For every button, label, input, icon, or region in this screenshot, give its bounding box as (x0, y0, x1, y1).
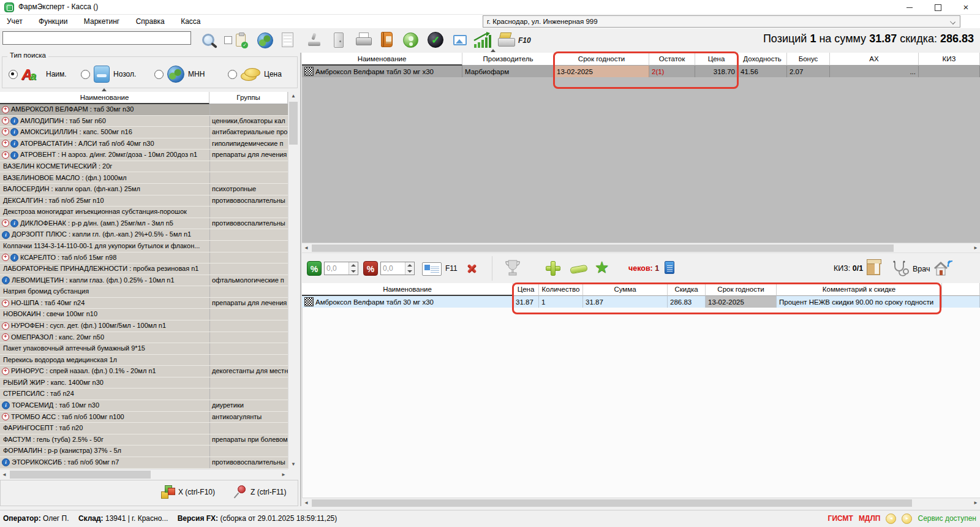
list-item[interactable]: +РИНОРУС : спрей назал. (фл.) 0.1% - 20м… (0, 366, 288, 377)
package-icon[interactable] (867, 262, 880, 275)
list-item[interactable]: РЫБИЙ ЖИР : капс. 1400мг n30 (0, 377, 288, 389)
x-report-button[interactable]: X (ctrl-F10) (161, 485, 215, 499)
list-item[interactable]: ВАЗЕЛИНОВОЕ МАСЛО : (фл.) 1000мл (0, 172, 288, 184)
search-input[interactable] (2, 31, 191, 45)
z-report-button[interactable]: Z (ctrl-F11) (235, 485, 286, 499)
list-item[interactable]: +iАМЛОДИПИН : таб 5мг n60 ценники,блокат… (0, 116, 288, 127)
receipt-table-row[interactable]: Амброксол Велфарм табл 30 мг x30 31.87 1… (302, 296, 980, 308)
column-price[interactable]: Цена (513, 283, 539, 296)
add-item-icon[interactable] (546, 261, 560, 276)
list-item[interactable]: ДЕКСАЛГИН : таб п/об 25мг n10 противовос… (0, 195, 288, 207)
list-item[interactable]: ВАЛОСЕРДИН : капли орал. (фл-кап.) 25мл … (0, 184, 288, 195)
minimize-button[interactable] (895, 0, 924, 15)
column-groups[interactable]: Группы (209, 92, 288, 104)
close-button[interactable]: × (952, 0, 980, 15)
images-icon[interactable] (453, 35, 467, 45)
list-item[interactable]: СТРЕПСИЛС : таб n24 (0, 389, 288, 400)
product-list-hscrollbar[interactable]: ◄ ► (0, 469, 288, 479)
stats-icon[interactable] (473, 32, 492, 49)
radio-mnn[interactable]: МНН (154, 65, 205, 83)
list-item[interactable]: +НУРОФЕН : сусп. дет. (фл.) 100мг/5мл - … (0, 320, 288, 332)
column-expiry[interactable]: Срок годности (554, 53, 649, 66)
scroll-thumb[interactable] (10, 471, 151, 479)
scroll-thumb[interactable] (312, 245, 894, 252)
stock-table-hscrollbar[interactable]: ◄ ► (302, 243, 980, 252)
column-price[interactable]: Цена (695, 53, 738, 66)
list-item[interactable]: +ТРОМБО АСС : таб п/об 100мг n100 антико… (0, 412, 288, 423)
printer-icon[interactable] (355, 32, 371, 47)
radio-circle[interactable] (228, 70, 237, 79)
clipboard-check-icon[interactable] (236, 34, 246, 47)
list-item[interactable]: iЛЕВОМИЦЕТИН : капли глаз. (фл.) 0.25% -… (0, 275, 288, 287)
radio-price[interactable]: Цена (228, 65, 282, 83)
menu-kassa[interactable]: Касса (174, 15, 207, 28)
column-sum[interactable]: Сумма (583, 283, 668, 296)
list-item[interactable]: ФОРМАЛИН : р-р (канистра) 37% - 5л (0, 445, 288, 457)
scroll-left-icon[interactable]: ◄ (302, 499, 311, 507)
list-item[interactable]: +iКСАРЕЛТО : таб п/об 15мг n98 (0, 252, 288, 264)
scroll-left-icon[interactable]: ◄ (0, 470, 9, 479)
contacts-book-icon[interactable] (381, 32, 393, 47)
stamp-icon[interactable] (307, 32, 321, 47)
maximize-button[interactable] (924, 0, 952, 15)
radio-circle[interactable] (154, 70, 164, 79)
stock-table-row[interactable]: Амброксол Велфарм табл 30 мг x30 Марбиоф… (302, 66, 980, 77)
radio-circle[interactable] (81, 70, 90, 79)
list-item[interactable]: +iАМОКСИЦИЛЛИН : капс. 500мг n16 антибак… (0, 127, 288, 138)
list-item[interactable]: +АМБРОКСОЛ ВЕЛФАРМ : таб 30мг n30 (0, 104, 288, 116)
radio-nozol[interactable]: Нозол. (81, 65, 136, 83)
list-item[interactable]: +НО-ШПА : таб 40мг n24 препараты для леч… (0, 298, 288, 309)
scroll-down-icon[interactable]: ▼ (288, 460, 298, 469)
radio-naim[interactable]: Aa Наим. (9, 65, 67, 83)
scroll-left-icon[interactable]: ◄ (302, 244, 311, 252)
remove-item-icon[interactable] (570, 265, 587, 275)
receipt-table-hscrollbar[interactable]: ◄ ► (302, 498, 980, 507)
column-ax[interactable]: АХ (830, 53, 919, 66)
column-producer[interactable]: Производитель (462, 53, 554, 66)
list-item[interactable]: Пакет упаковочный аптечный бумажный 9*15 (0, 343, 288, 355)
cabinet-icon[interactable] (334, 32, 344, 48)
column-name[interactable]: Наименование (302, 53, 462, 66)
column-bonus[interactable]: Бонус (787, 53, 830, 66)
list-item[interactable]: Перекись водорода медицинская 1л (0, 355, 288, 366)
trophy-icon[interactable] (504, 259, 521, 278)
column-stock[interactable]: Остаток (649, 53, 695, 66)
discount1-spinner[interactable]: 0,0 (324, 262, 358, 275)
favorites-star-icon[interactable]: ★ (595, 258, 609, 277)
list-item[interactable]: ВАЗЕЛИН КОСМЕТИЧЕСКИЙ : 20г (0, 161, 288, 173)
discount2-spinner[interactable]: 0,0 (380, 262, 415, 275)
column-discount[interactable]: Скидка (668, 283, 706, 296)
doctor-button[interactable]: Врач (891, 260, 930, 278)
globe-icon[interactable] (257, 32, 273, 48)
list-item[interactable]: iТОРАСЕМИД : таб 10мг n30 диуретики (0, 400, 288, 412)
menu-uchet[interactable]: Учет (0, 15, 29, 28)
list-item[interactable]: Декстроза моногидрат инъекционная субста… (0, 207, 288, 218)
verify-globe-icon[interactable]: ✓ (428, 32, 443, 48)
list-item[interactable]: iДОРЗОПТ ПЛЮС : капли гл. (фл.-кап.) 2%+… (0, 229, 288, 241)
list-item[interactable]: +iДИКЛОФЕНАК : р-р д/ин. (амп.) 25мг/мл … (0, 218, 288, 230)
store-address-dropdown[interactable]: г. Краснодар, ул. Инженерная 999 (483, 15, 960, 28)
column-kiz[interactable]: КИЗ (919, 53, 980, 66)
column-comment[interactable]: Комментарий к скидке (777, 283, 942, 296)
list-item[interactable]: iЭТОРИКОКСИБ : таб п/об 90мг n7 противов… (0, 457, 288, 469)
list-item[interactable]: ФАРИНГОСЕПТ : таб n20 (0, 423, 288, 434)
menu-marketing[interactable]: Маркетинг (77, 15, 126, 28)
scroll-thumb[interactable] (312, 499, 912, 507)
notes-icon[interactable] (282, 32, 293, 47)
list-item[interactable]: НОВОКАИН : свечи 100мг n10 (0, 309, 288, 320)
list-item[interactable]: +iАТОРВАСТАТИН : АЛСИ таб п/об 40мг n30 … (0, 138, 288, 150)
client-globe-icon[interactable] (403, 32, 418, 48)
list-item[interactable]: Натрия бромид субстанция (0, 286, 288, 298)
column-name[interactable]: Наименование (0, 92, 209, 104)
scroll-thumb[interactable] (289, 102, 298, 145)
scroll-right-icon[interactable]: ► (279, 470, 288, 479)
column-profit[interactable]: Доходность (738, 53, 787, 66)
menu-funkcii[interactable]: Функции (32, 15, 74, 28)
scroll-right-icon[interactable]: ► (971, 499, 980, 507)
checks-journal-icon[interactable] (665, 261, 674, 274)
cash-register-icon[interactable] (497, 31, 516, 47)
scroll-up-icon[interactable]: ▲ (288, 92, 298, 100)
sync-right-icon[interactable]: ► (902, 514, 912, 524)
list-item[interactable]: ФАСТУМ : гель (туба) 2.5% - 50г препарат… (0, 434, 288, 446)
remove-discount-icon[interactable] (466, 263, 477, 274)
